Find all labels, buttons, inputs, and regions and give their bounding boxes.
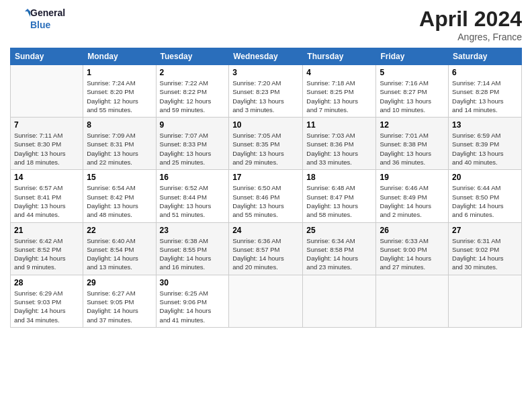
day-number: 9 <box>160 120 226 130</box>
logo-svg <box>10 9 30 29</box>
day-info: Sunrise: 6:50 AM Sunset: 8:46 PM Dayligh… <box>232 183 299 219</box>
week-row-3: 21Sunrise: 6:42 AM Sunset: 8:52 PM Dayli… <box>11 222 522 275</box>
day-info: Sunrise: 7:16 AM Sunset: 8:27 PM Dayligh… <box>380 79 445 114</box>
month-title: April 2024 <box>419 7 522 32</box>
cell-1-5: 12Sunrise: 7:01 AM Sunset: 8:38 PM Dayli… <box>376 118 449 170</box>
day-info: Sunrise: 7:22 AM Sunset: 8:22 PM Dayligh… <box>160 79 226 114</box>
day-info: Sunrise: 6:33 AM Sunset: 9:00 PM Dayligh… <box>380 236 445 272</box>
cell-0-1: 1Sunrise: 7:24 AM Sunset: 8:20 PM Daylig… <box>83 65 156 118</box>
cell-1-3: 10Sunrise: 7:05 AM Sunset: 8:35 PM Dayli… <box>229 118 303 170</box>
day-info: Sunrise: 6:36 AM Sunset: 8:57 PM Dayligh… <box>232 236 299 272</box>
cell-3-4: 25Sunrise: 6:34 AM Sunset: 8:58 PM Dayli… <box>303 222 376 275</box>
day-number: 29 <box>87 278 152 287</box>
day-number: 12 <box>380 120 445 130</box>
cell-1-4: 11Sunrise: 7:03 AM Sunset: 8:36 PM Dayli… <box>303 118 376 170</box>
cell-0-5: 5Sunrise: 7:16 AM Sunset: 8:27 PM Daylig… <box>376 65 449 118</box>
day-number: 5 <box>380 68 445 77</box>
cell-4-1: 29Sunrise: 6:27 AM Sunset: 9:05 PM Dayli… <box>83 275 156 327</box>
cell-3-5: 26Sunrise: 6:33 AM Sunset: 9:00 PM Dayli… <box>376 222 449 275</box>
day-info: Sunrise: 6:38 AM Sunset: 8:55 PM Dayligh… <box>160 236 226 272</box>
day-number: 15 <box>87 173 152 182</box>
week-row-2: 14Sunrise: 6:57 AM Sunset: 8:41 PM Dayli… <box>11 170 522 222</box>
day-number: 26 <box>380 226 445 235</box>
col-thursday: Thursday <box>303 48 376 65</box>
col-wednesday: Wednesday <box>229 48 303 65</box>
day-number: 16 <box>160 173 226 182</box>
cell-3-2: 23Sunrise: 6:38 AM Sunset: 8:55 PM Dayli… <box>156 222 229 275</box>
day-info: Sunrise: 7:07 AM Sunset: 8:33 PM Dayligh… <box>160 131 226 167</box>
title-area: April 2024 Angres, France <box>419 7 522 42</box>
day-number: 25 <box>306 226 372 235</box>
day-info: Sunrise: 6:29 AM Sunset: 9:03 PM Dayligh… <box>14 289 79 324</box>
day-number: 19 <box>380 173 445 182</box>
cell-1-6: 13Sunrise: 6:59 AM Sunset: 8:39 PM Dayli… <box>449 118 522 170</box>
col-tuesday: Tuesday <box>156 48 229 65</box>
week-row-0: 1Sunrise: 7:24 AM Sunset: 8:20 PM Daylig… <box>11 65 522 118</box>
day-info: Sunrise: 6:54 AM Sunset: 8:42 PM Dayligh… <box>87 183 152 219</box>
cell-2-5: 19Sunrise: 6:46 AM Sunset: 8:49 PM Dayli… <box>376 170 449 222</box>
day-number: 6 <box>452 68 518 77</box>
logo-text: General Blue <box>30 7 65 30</box>
cell-2-6: 20Sunrise: 6:44 AM Sunset: 8:50 PM Dayli… <box>449 170 522 222</box>
cell-2-2: 16Sunrise: 6:52 AM Sunset: 8:44 PM Dayli… <box>156 170 229 222</box>
cell-3-1: 22Sunrise: 6:40 AM Sunset: 8:54 PM Dayli… <box>83 222 156 275</box>
cell-0-6: 6Sunrise: 7:14 AM Sunset: 8:28 PM Daylig… <box>449 65 522 118</box>
day-info: Sunrise: 6:31 AM Sunset: 9:02 PM Dayligh… <box>452 236 518 272</box>
week-row-4: 28Sunrise: 6:29 AM Sunset: 9:03 PM Dayli… <box>11 275 522 327</box>
day-number: 28 <box>14 278 79 287</box>
day-number: 23 <box>160 226 226 235</box>
day-info: Sunrise: 7:01 AM Sunset: 8:38 PM Dayligh… <box>380 131 445 167</box>
day-info: Sunrise: 7:11 AM Sunset: 8:30 PM Dayligh… <box>14 131 79 167</box>
day-number: 4 <box>306 68 372 77</box>
cell-4-0: 28Sunrise: 6:29 AM Sunset: 9:03 PM Dayli… <box>11 275 83 327</box>
day-info: Sunrise: 6:40 AM Sunset: 8:54 PM Dayligh… <box>87 236 152 272</box>
cell-1-0: 7Sunrise: 7:11 AM Sunset: 8:30 PM Daylig… <box>11 118 83 170</box>
cell-2-1: 15Sunrise: 6:54 AM Sunset: 8:42 PM Dayli… <box>83 170 156 222</box>
day-number: 1 <box>87 68 152 77</box>
location: Angres, France <box>419 32 522 42</box>
cell-4-4 <box>303 275 376 327</box>
cell-2-0: 14Sunrise: 6:57 AM Sunset: 8:41 PM Dayli… <box>11 170 83 222</box>
day-number: 17 <box>232 173 299 182</box>
day-number: 2 <box>160 68 226 77</box>
day-number: 11 <box>306 120 372 130</box>
col-sunday: Sunday <box>11 48 83 65</box>
day-info: Sunrise: 6:27 AM Sunset: 9:05 PM Dayligh… <box>87 289 152 324</box>
day-info: Sunrise: 6:52 AM Sunset: 8:44 PM Dayligh… <box>160 183 226 219</box>
day-info: Sunrise: 7:09 AM Sunset: 8:31 PM Dayligh… <box>87 131 152 167</box>
day-number: 20 <box>452 173 518 182</box>
cell-1-2: 9Sunrise: 7:07 AM Sunset: 8:33 PM Daylig… <box>156 118 229 170</box>
day-info: Sunrise: 6:25 AM Sunset: 9:06 PM Dayligh… <box>160 289 226 324</box>
day-info: Sunrise: 7:24 AM Sunset: 8:20 PM Dayligh… <box>87 79 152 114</box>
calendar-body: 1Sunrise: 7:24 AM Sunset: 8:20 PM Daylig… <box>11 65 522 328</box>
cell-4-3 <box>229 275 303 327</box>
day-number: 13 <box>452 120 518 130</box>
cell-3-6: 27Sunrise: 6:31 AM Sunset: 9:02 PM Dayli… <box>449 222 522 275</box>
day-number: 14 <box>14 173 79 182</box>
header: General Blue April 2024 Angres, France <box>10 7 522 42</box>
day-number: 24 <box>232 226 299 235</box>
day-info: Sunrise: 6:57 AM Sunset: 8:41 PM Dayligh… <box>14 183 79 219</box>
day-info: Sunrise: 6:42 AM Sunset: 8:52 PM Dayligh… <box>14 236 79 272</box>
cell-2-4: 18Sunrise: 6:48 AM Sunset: 8:47 PM Dayli… <box>303 170 376 222</box>
cell-4-5 <box>376 275 449 327</box>
day-info: Sunrise: 6:59 AM Sunset: 8:39 PM Dayligh… <box>452 131 518 167</box>
cell-2-3: 17Sunrise: 6:50 AM Sunset: 8:46 PM Dayli… <box>229 170 303 222</box>
day-info: Sunrise: 7:14 AM Sunset: 8:28 PM Dayligh… <box>452 79 518 114</box>
col-saturday: Saturday <box>449 48 522 65</box>
col-monday: Monday <box>83 48 156 65</box>
col-friday: Friday <box>376 48 449 65</box>
day-info: Sunrise: 7:03 AM Sunset: 8:36 PM Dayligh… <box>306 131 372 167</box>
header-row: Sunday Monday Tuesday Wednesday Thursday… <box>11 48 522 65</box>
day-info: Sunrise: 7:20 AM Sunset: 8:23 PM Dayligh… <box>232 79 299 114</box>
calendar-table: Sunday Monday Tuesday Wednesday Thursday… <box>10 48 522 328</box>
day-number: 18 <box>306 173 372 182</box>
logo: General Blue <box>10 7 65 30</box>
week-row-1: 7Sunrise: 7:11 AM Sunset: 8:30 PM Daylig… <box>11 118 522 170</box>
day-number: 22 <box>87 226 152 235</box>
day-number: 3 <box>232 68 299 77</box>
cell-4-2: 30Sunrise: 6:25 AM Sunset: 9:06 PM Dayli… <box>156 275 229 327</box>
day-info: Sunrise: 6:44 AM Sunset: 8:50 PM Dayligh… <box>452 183 518 219</box>
day-number: 10 <box>232 120 299 130</box>
day-number: 7 <box>14 120 79 130</box>
